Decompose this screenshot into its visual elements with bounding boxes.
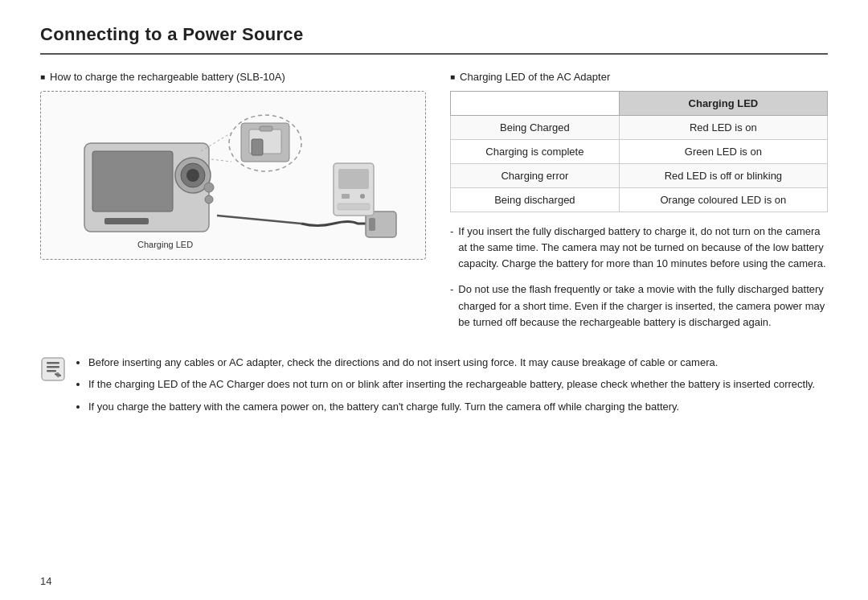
- right-section-header: Charging LED of the AC Adapter: [450, 71, 828, 83]
- svg-rect-7: [104, 218, 149, 224]
- table-cell-led: Red LED is on: [619, 116, 827, 140]
- svg-rect-26: [47, 370, 56, 372]
- right-note-2-text: Do not use the flash frequently or take …: [458, 282, 828, 330]
- table-cell-state: Charging error: [451, 164, 620, 188]
- svg-rect-24: [47, 362, 59, 364]
- right-note-2: - Do not use the flash frequently or tak…: [450, 282, 828, 330]
- svg-point-4: [186, 169, 199, 182]
- table-cell-led: Orange coloured LED is on: [619, 188, 827, 212]
- svg-line-21: [201, 133, 231, 151]
- table-cell-led: Green LED is on: [619, 140, 827, 164]
- pencil-icon: [40, 356, 66, 382]
- table-cell-led: Red LED is off or blinking: [619, 164, 827, 188]
- camera-diagram: Charging LED: [40, 91, 426, 260]
- table-cell-state: Being Charged: [451, 116, 620, 140]
- svg-rect-25: [47, 366, 59, 368]
- table-cell-state: Charging is complete: [451, 140, 620, 164]
- svg-rect-11: [260, 126, 272, 131]
- svg-line-22: [211, 159, 231, 162]
- note-icon: [40, 356, 66, 382]
- right-note-1: - If you insert the fully discharged bat…: [450, 224, 828, 272]
- svg-point-5: [204, 183, 214, 192]
- note-bullets-list: Before inserting any cables or AC adapte…: [74, 355, 828, 415]
- table-header-charging-led: Charging LED: [619, 92, 827, 116]
- svg-line-13: [217, 216, 301, 224]
- note-bullet-2: If the charging LED of the AC Charger do…: [88, 376, 828, 392]
- charging-led-table: Charging LED Being ChargedRed LED is onC…: [450, 91, 828, 212]
- table-row: Being ChargedRed LED is on: [451, 116, 828, 140]
- svg-rect-18: [342, 194, 350, 199]
- table-row: Charging errorRed LED is off or blinking: [451, 164, 828, 188]
- note-bullet-1: Before inserting any cables or AC adapte…: [88, 355, 828, 371]
- left-section-header: How to charge the rechargeable battery (…: [40, 71, 426, 83]
- camera-illustration: [60, 99, 406, 252]
- svg-rect-1: [92, 151, 173, 212]
- note-bullet-3: If you charge the battery with the camer…: [88, 399, 828, 415]
- table-cell-state: Being discharged: [451, 188, 620, 212]
- dash-1: -: [450, 224, 453, 272]
- page-number: 14: [40, 575, 51, 587]
- right-notes: - If you insert the fully discharged bat…: [450, 224, 828, 331]
- svg-point-6: [205, 195, 213, 203]
- svg-point-19: [360, 194, 365, 199]
- note-bullets-container: Before inserting any cables or AC adapte…: [74, 355, 828, 421]
- title-divider: [40, 53, 828, 55]
- table-row: Being dischargedOrange coloured LED is o…: [451, 188, 828, 212]
- table-header-empty: [451, 92, 620, 116]
- svg-rect-20: [338, 203, 370, 210]
- svg-rect-17: [338, 169, 369, 189]
- svg-rect-23: [42, 358, 64, 380]
- page-title: Connecting to a Power Source: [40, 24, 828, 45]
- svg-rect-12: [252, 139, 263, 155]
- right-column: Charging LED of the AC Adapter Charging …: [450, 71, 828, 340]
- table-row: Charging is completeGreen LED is on: [451, 140, 828, 164]
- charging-led-label: Charging LED: [137, 240, 193, 249]
- svg-rect-15: [369, 218, 375, 231]
- dash-2: -: [450, 282, 453, 330]
- left-column: How to charge the rechargeable battery (…: [40, 71, 426, 340]
- note-box: Before inserting any cables or AC adapte…: [40, 355, 828, 421]
- right-note-1-text: If you insert the fully discharged batte…: [458, 224, 828, 272]
